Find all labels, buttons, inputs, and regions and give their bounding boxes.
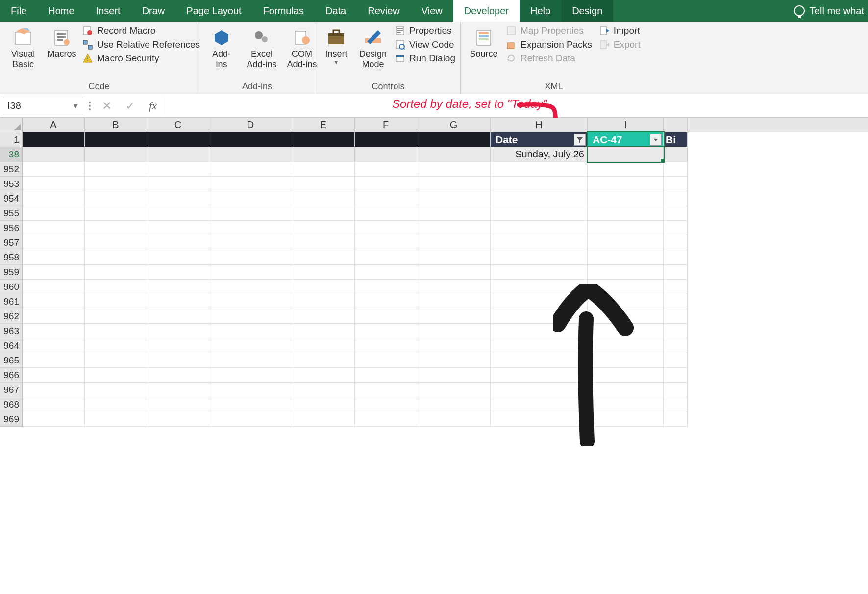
cell[interactable]: [355, 338, 417, 353]
cell[interactable]: [209, 147, 292, 162]
run-dialog-button[interactable]: Run Dialog: [395, 53, 455, 64]
cell-I38-selected[interactable]: [588, 147, 664, 162]
cell[interactable]: [417, 324, 491, 338]
cell[interactable]: [292, 221, 355, 235]
cancel-formula-icon[interactable]: ✕: [102, 99, 112, 113]
cell[interactable]: [85, 191, 147, 206]
cell[interactable]: [292, 250, 355, 265]
cell[interactable]: [23, 235, 85, 250]
cell[interactable]: [85, 177, 147, 191]
tab-page-layout[interactable]: Page Layout: [175, 0, 252, 22]
cell[interactable]: [85, 265, 147, 280]
cell[interactable]: [355, 250, 417, 265]
row-header-954[interactable]: 954: [0, 191, 23, 206]
cell[interactable]: [292, 206, 355, 221]
cell[interactable]: [23, 338, 85, 353]
cell[interactable]: [209, 162, 292, 177]
row-header-966[interactable]: 966: [0, 368, 23, 383]
cell[interactable]: [209, 294, 292, 309]
cell[interactable]: [417, 294, 491, 309]
row-header-38[interactable]: 38: [0, 147, 23, 162]
xml-import-button[interactable]: Import: [599, 26, 641, 36]
view-code-button[interactable]: View Code: [395, 39, 455, 50]
cell-H38[interactable]: Sunday, July 26: [491, 147, 588, 162]
cell[interactable]: [147, 368, 209, 383]
cell[interactable]: [664, 294, 688, 309]
cell[interactable]: [664, 235, 688, 250]
cell[interactable]: [491, 250, 588, 265]
properties-button[interactable]: Properties: [395, 26, 455, 36]
tab-design[interactable]: Design: [561, 0, 613, 22]
expansion-packs-button[interactable]: Expansion Packs: [506, 39, 592, 50]
col-header-G[interactable]: G: [417, 118, 491, 132]
cell[interactable]: [664, 250, 688, 265]
cell[interactable]: [147, 177, 209, 191]
design-mode-button[interactable]: Design Mode: [354, 25, 392, 70]
cell[interactable]: [491, 265, 588, 280]
cell[interactable]: [147, 353, 209, 368]
cell[interactable]: [85, 368, 147, 383]
cell[interactable]: [85, 250, 147, 265]
cell[interactable]: [209, 412, 292, 427]
col-header-A[interactable]: A: [23, 118, 85, 132]
cell[interactable]: [664, 206, 688, 221]
cell[interactable]: [147, 280, 209, 294]
tab-view[interactable]: View: [411, 0, 453, 22]
cell[interactable]: [417, 397, 491, 412]
cell[interactable]: [209, 206, 292, 221]
cell[interactable]: [292, 162, 355, 177]
row-header-960[interactable]: 960: [0, 280, 23, 294]
cell[interactable]: [588, 265, 664, 280]
cell[interactable]: [209, 309, 292, 324]
formula-bar-resize-handle[interactable]: [86, 102, 93, 110]
cell[interactable]: [491, 235, 588, 250]
cell[interactable]: [417, 368, 491, 383]
cell[interactable]: [664, 324, 688, 338]
cell[interactable]: [23, 177, 85, 191]
xml-source-button[interactable]: Source: [465, 25, 503, 59]
tab-home[interactable]: Home: [37, 0, 85, 22]
cell[interactable]: [355, 309, 417, 324]
cell[interactable]: [355, 383, 417, 397]
cell[interactable]: [417, 132, 491, 147]
cell[interactable]: [147, 191, 209, 206]
col-header-F[interactable]: F: [355, 118, 417, 132]
cell[interactable]: [147, 338, 209, 353]
cell[interactable]: [209, 177, 292, 191]
cell[interactable]: [209, 383, 292, 397]
use-relative-refs-button[interactable]: Use Relative References: [82, 39, 200, 50]
cell[interactable]: [85, 294, 147, 309]
cell[interactable]: [23, 397, 85, 412]
cell[interactable]: [23, 383, 85, 397]
cell[interactable]: [85, 280, 147, 294]
filter-dropdown-icon[interactable]: [650, 134, 662, 146]
cell[interactable]: [147, 309, 209, 324]
controls-insert-button[interactable]: Insert ▼: [320, 25, 352, 70]
cell[interactable]: [355, 132, 417, 147]
cell[interactable]: [209, 338, 292, 353]
cell[interactable]: [355, 280, 417, 294]
cell[interactable]: [292, 383, 355, 397]
cell[interactable]: [664, 221, 688, 235]
tab-draw[interactable]: Draw: [131, 0, 176, 22]
cell[interactable]: [664, 265, 688, 280]
xml-export-button[interactable]: Export: [599, 39, 641, 50]
cell[interactable]: [147, 162, 209, 177]
cell[interactable]: [664, 383, 688, 397]
cell[interactable]: [491, 221, 588, 235]
cell[interactable]: [85, 206, 147, 221]
cell[interactable]: [292, 235, 355, 250]
cell[interactable]: [292, 353, 355, 368]
cell[interactable]: [292, 309, 355, 324]
cell[interactable]: [209, 397, 292, 412]
cell[interactable]: [147, 324, 209, 338]
visual-basic-button[interactable]: Visual Basic: [4, 25, 42, 70]
tell-me-search[interactable]: Tell me what: [785, 0, 868, 22]
cell[interactable]: [23, 132, 85, 147]
cell[interactable]: [23, 368, 85, 383]
cell[interactable]: [147, 221, 209, 235]
row-header-968[interactable]: 968: [0, 397, 23, 412]
row-header-959[interactable]: 959: [0, 265, 23, 280]
cell[interactable]: [23, 206, 85, 221]
cell[interactable]: [23, 294, 85, 309]
